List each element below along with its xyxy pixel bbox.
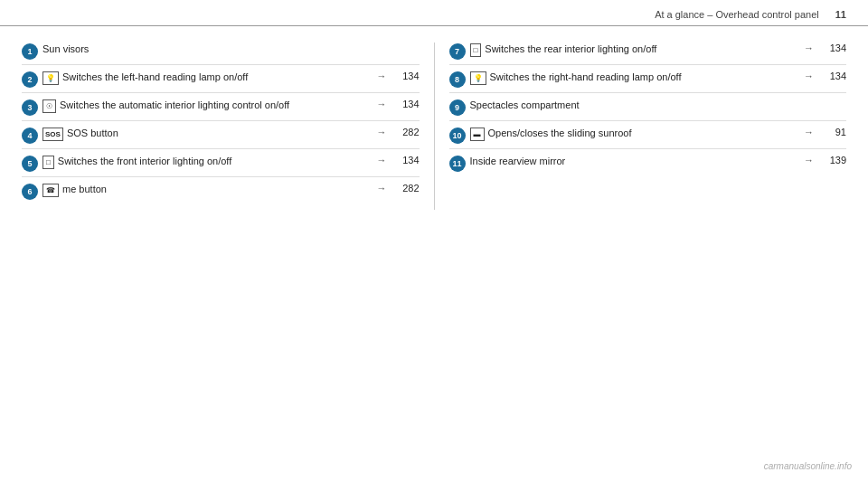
item-number: 6 bbox=[22, 184, 38, 200]
right-column: 7□Switches the rear interior lighting on… bbox=[434, 43, 847, 210]
item-text: Switches the left-hand reading lamp on/o… bbox=[62, 71, 370, 84]
item-arrow: → bbox=[804, 155, 814, 165]
item-page-number: 134 bbox=[821, 71, 846, 81]
item-number: 3 bbox=[22, 99, 38, 116]
list-item: 5□Switches the front interior lighting o… bbox=[22, 155, 420, 177]
item-text: Sun visors bbox=[42, 43, 394, 56]
list-item: 8💡Switches the right-hand reading lamp o… bbox=[449, 71, 847, 93]
item-page-number: 282 bbox=[394, 127, 420, 137]
item-text: Switches the right-hand reading lamp on/… bbox=[490, 71, 797, 84]
item-text: Switches the front interior lighting on/… bbox=[58, 155, 370, 168]
list-item: 9Spectacles compartment bbox=[449, 99, 847, 121]
item-text: SOS button bbox=[67, 127, 370, 140]
rear-light-icon: □ bbox=[470, 43, 486, 57]
item-text: me button bbox=[62, 183, 370, 196]
list-item: 1Sun visors bbox=[22, 43, 420, 65]
main-content: 1Sun visors2💡Switches the left-hand read… bbox=[0, 26, 868, 210]
me-button-icon: ☎ bbox=[42, 183, 62, 197]
item-number: 4 bbox=[22, 128, 38, 144]
page-header: At a glance – Overhead control panel 11 bbox=[0, 0, 868, 26]
sunroof-icon: ▬ bbox=[470, 127, 488, 141]
item-number: 11 bbox=[449, 156, 466, 172]
item-page-number: 91 bbox=[821, 127, 846, 137]
front-light-icon: □ bbox=[42, 155, 58, 169]
item-text: Switches the rear interior lighting on/o… bbox=[485, 43, 797, 56]
item-arrow: → bbox=[377, 99, 387, 109]
header-title: At a glance – Overhead control panel bbox=[655, 9, 819, 20]
list-item: 6☎me button→282 bbox=[22, 183, 420, 204]
watermark: carmanualsonline.info bbox=[764, 461, 852, 471]
list-item: 4SOSSOS button→282 bbox=[22, 127, 420, 149]
item-text: Opens/closes the sliding sunroof bbox=[488, 127, 797, 140]
reading-lamp-left-icon: 💡 bbox=[42, 71, 62, 85]
item-text: Inside rearview mirror bbox=[470, 155, 797, 168]
list-item: 7□Switches the rear interior lighting on… bbox=[449, 43, 847, 65]
item-number: 9 bbox=[449, 99, 466, 116]
item-arrow: → bbox=[804, 43, 814, 53]
item-number: 5 bbox=[22, 156, 38, 172]
item-page-number: 134 bbox=[394, 99, 420, 109]
item-arrow: → bbox=[377, 183, 387, 194]
left-column: 1Sun visors2💡Switches the left-hand read… bbox=[22, 43, 434, 210]
header-page: 11 bbox=[835, 9, 846, 20]
item-arrow: → bbox=[377, 127, 387, 137]
item-number: 1 bbox=[22, 43, 38, 60]
list-item: 10▬Opens/closes the sliding sunroof→91 bbox=[449, 127, 847, 149]
list-item: 11Inside rearview mirror→139 bbox=[449, 155, 847, 176]
auto-light-icon: ☉ bbox=[42, 99, 60, 113]
item-arrow: → bbox=[377, 71, 387, 81]
item-page-number: 134 bbox=[394, 71, 420, 81]
item-number: 10 bbox=[449, 128, 466, 144]
item-page-number: 139 bbox=[821, 155, 846, 165]
item-text: Spectacles compartment bbox=[470, 99, 822, 112]
item-text: Switches the automatic interior lighting… bbox=[60, 99, 370, 112]
item-page-number: 134 bbox=[394, 155, 420, 165]
item-page-number: 282 bbox=[394, 183, 420, 194]
item-arrow: → bbox=[804, 71, 814, 81]
item-arrow: → bbox=[804, 127, 814, 137]
item-page-number: 134 bbox=[821, 43, 846, 53]
list-item: 3☉Switches the automatic interior lighti… bbox=[22, 99, 420, 121]
item-arrow: → bbox=[377, 155, 387, 165]
item-number: 8 bbox=[449, 71, 466, 88]
reading-lamp-right-icon: 💡 bbox=[470, 71, 490, 85]
sos-icon: SOS bbox=[42, 127, 67, 141]
item-number: 2 bbox=[22, 71, 38, 88]
list-item: 2💡Switches the left-hand reading lamp on… bbox=[22, 71, 420, 93]
item-number: 7 bbox=[449, 43, 466, 60]
